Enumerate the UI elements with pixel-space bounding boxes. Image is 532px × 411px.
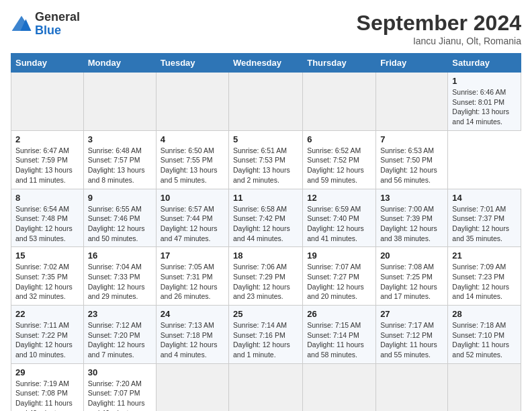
day-info: Sunrise: 6:54 AM Sunset: 7:48 PM Dayligh… bbox=[15, 204, 79, 244]
day-cell: 22 Sunrise: 7:11 AM Sunset: 7:22 PM Dayl… bbox=[11, 306, 84, 364]
day-cell: 18 Sunrise: 7:06 AM Sunset: 7:29 PM Dayl… bbox=[229, 247, 303, 306]
day-number: 29 bbox=[15, 367, 79, 377]
day-info: Sunrise: 6:50 AM Sunset: 7:55 PM Dayligh… bbox=[161, 146, 224, 185]
day-number: 14 bbox=[452, 193, 517, 203]
day-info: Sunrise: 7:04 AM Sunset: 7:33 PM Dayligh… bbox=[88, 262, 152, 302]
day-info: Sunrise: 7:09 AM Sunset: 7:23 PM Dayligh… bbox=[452, 262, 517, 302]
day-number: 21 bbox=[452, 250, 517, 261]
day-info: Sunrise: 7:08 AM Sunset: 7:25 PM Dayligh… bbox=[380, 262, 443, 302]
day-cell: 4 Sunrise: 6:50 AM Sunset: 7:55 PM Dayli… bbox=[156, 130, 228, 189]
day-number: 5 bbox=[233, 134, 298, 144]
day-number: 12 bbox=[307, 193, 371, 203]
day-cell: 13 Sunrise: 7:00 AM Sunset: 7:39 PM Dayl… bbox=[376, 189, 448, 247]
empty-day-cell bbox=[376, 73, 448, 131]
day-number: 16 bbox=[88, 250, 152, 261]
day-cell: 26 Sunrise: 7:15 AM Sunset: 7:14 PM Dayl… bbox=[303, 306, 376, 364]
day-of-week-header: Thursday bbox=[303, 54, 376, 73]
day-info: Sunrise: 7:00 AM Sunset: 7:39 PM Dayligh… bbox=[380, 204, 443, 244]
empty-day-cell bbox=[11, 73, 84, 131]
day-info: Sunrise: 7:14 AM Sunset: 7:16 PM Dayligh… bbox=[233, 320, 298, 360]
title-block: September 2024 Iancu Jianu, Olt, Romania bbox=[357, 11, 521, 46]
day-info: Sunrise: 7:19 AM Sunset: 7:08 PM Dayligh… bbox=[15, 379, 79, 411]
logo-text: General Blue bbox=[35, 11, 80, 38]
day-number: 13 bbox=[380, 193, 443, 203]
page-header: General Blue September 2024 Iancu Jianu,… bbox=[11, 11, 521, 46]
day-cell: 24 Sunrise: 7:13 AM Sunset: 7:18 PM Dayl… bbox=[156, 306, 228, 364]
calendar-week-row: 8 Sunrise: 6:54 AM Sunset: 7:48 PM Dayli… bbox=[11, 189, 521, 247]
calendar-week-row: 29 Sunrise: 7:19 AM Sunset: 7:08 PM Dayl… bbox=[11, 363, 521, 411]
day-number: 17 bbox=[161, 250, 224, 261]
day-cell: 27 Sunrise: 7:17 AM Sunset: 7:12 PM Dayl… bbox=[376, 306, 448, 364]
day-info: Sunrise: 7:05 AM Sunset: 7:31 PM Dayligh… bbox=[161, 262, 224, 302]
calendar-week-row: 15 Sunrise: 7:02 AM Sunset: 7:35 PM Dayl… bbox=[11, 247, 521, 306]
day-info: Sunrise: 6:52 AM Sunset: 7:52 PM Dayligh… bbox=[307, 146, 371, 185]
empty-day-cell bbox=[83, 73, 156, 131]
day-info: Sunrise: 6:48 AM Sunset: 7:57 PM Dayligh… bbox=[88, 146, 152, 185]
day-of-week-header: Friday bbox=[376, 54, 448, 73]
day-info: Sunrise: 6:59 AM Sunset: 7:40 PM Dayligh… bbox=[307, 204, 371, 244]
empty-day-cell bbox=[229, 73, 303, 131]
day-cell: 8 Sunrise: 6:54 AM Sunset: 7:48 PM Dayli… bbox=[11, 189, 84, 247]
day-number: 1 bbox=[452, 76, 517, 86]
day-cell: 10 Sunrise: 6:57 AM Sunset: 7:44 PM Dayl… bbox=[156, 189, 228, 247]
empty-day-cell bbox=[448, 363, 521, 411]
empty-day-cell bbox=[376, 363, 448, 411]
day-of-week-header: Wednesday bbox=[229, 54, 303, 73]
day-number: 7 bbox=[380, 134, 443, 144]
calendar-week-row: 1 Sunrise: 6:46 AM Sunset: 8:01 PM Dayli… bbox=[11, 73, 521, 131]
day-info: Sunrise: 6:53 AM Sunset: 7:50 PM Dayligh… bbox=[380, 146, 443, 185]
day-info: Sunrise: 6:58 AM Sunset: 7:42 PM Dayligh… bbox=[233, 204, 298, 244]
day-info: Sunrise: 7:01 AM Sunset: 7:37 PM Dayligh… bbox=[452, 204, 517, 244]
day-cell: 16 Sunrise: 7:04 AM Sunset: 7:33 PM Dayl… bbox=[83, 247, 156, 306]
logo-icon bbox=[11, 15, 32, 34]
day-number: 19 bbox=[307, 250, 371, 261]
day-of-week-header: Tuesday bbox=[156, 54, 228, 73]
day-number: 30 bbox=[88, 367, 152, 377]
day-info: Sunrise: 7:06 AM Sunset: 7:29 PM Dayligh… bbox=[233, 262, 298, 302]
location: Iancu Jianu, Olt, Romania bbox=[357, 36, 521, 46]
day-info: Sunrise: 7:02 AM Sunset: 7:35 PM Dayligh… bbox=[15, 262, 79, 302]
day-info: Sunrise: 7:15 AM Sunset: 7:14 PM Dayligh… bbox=[307, 320, 371, 360]
day-number: 11 bbox=[233, 193, 298, 203]
day-number: 4 bbox=[161, 134, 224, 144]
day-info: Sunrise: 7:20 AM Sunset: 7:07 PM Dayligh… bbox=[88, 379, 152, 411]
day-number: 26 bbox=[307, 309, 371, 319]
day-cell: 14 Sunrise: 7:01 AM Sunset: 7:37 PM Dayl… bbox=[448, 189, 521, 247]
day-info: Sunrise: 7:18 AM Sunset: 7:10 PM Dayligh… bbox=[452, 320, 517, 360]
day-cell: 28 Sunrise: 7:18 AM Sunset: 7:10 PM Dayl… bbox=[448, 306, 521, 364]
day-info: Sunrise: 7:13 AM Sunset: 7:18 PM Dayligh… bbox=[161, 320, 224, 360]
days-of-week-row: SundayMondayTuesdayWednesdayThursdayFrid… bbox=[11, 54, 521, 73]
day-cell: 19 Sunrise: 7:07 AM Sunset: 7:27 PM Dayl… bbox=[303, 247, 376, 306]
day-cell: 11 Sunrise: 6:58 AM Sunset: 7:42 PM Dayl… bbox=[229, 189, 303, 247]
day-number: 6 bbox=[307, 134, 371, 144]
calendar-table: SundayMondayTuesdayWednesdayThursdayFrid… bbox=[11, 53, 521, 411]
empty-day-cell bbox=[156, 363, 228, 411]
day-info: Sunrise: 6:46 AM Sunset: 8:01 PM Dayligh… bbox=[452, 87, 517, 127]
calendar-week-row: 22 Sunrise: 7:11 AM Sunset: 7:22 PM Dayl… bbox=[11, 306, 521, 364]
day-cell: 17 Sunrise: 7:05 AM Sunset: 7:31 PM Dayl… bbox=[156, 247, 228, 306]
day-number: 9 bbox=[88, 193, 152, 203]
day-number: 8 bbox=[15, 193, 79, 203]
day-info: Sunrise: 7:17 AM Sunset: 7:12 PM Dayligh… bbox=[380, 320, 443, 360]
day-info: Sunrise: 6:51 AM Sunset: 7:53 PM Dayligh… bbox=[233, 146, 298, 185]
day-number: 27 bbox=[380, 309, 443, 319]
day-number: 18 bbox=[233, 250, 298, 261]
day-number: 23 bbox=[88, 309, 152, 319]
day-cell: 12 Sunrise: 6:59 AM Sunset: 7:40 PM Dayl… bbox=[303, 189, 376, 247]
day-number: 25 bbox=[233, 309, 298, 319]
day-cell: 21 Sunrise: 7:09 AM Sunset: 7:23 PM Dayl… bbox=[448, 247, 521, 306]
day-of-week-header: Sunday bbox=[11, 54, 84, 73]
day-cell: 7 Sunrise: 6:53 AM Sunset: 7:50 PM Dayli… bbox=[376, 130, 448, 189]
empty-day-cell bbox=[156, 73, 228, 131]
day-number: 2 bbox=[15, 134, 79, 144]
day-number: 22 bbox=[15, 309, 79, 319]
day-cell: 29 Sunrise: 7:19 AM Sunset: 7:08 PM Dayl… bbox=[11, 363, 84, 411]
day-number: 20 bbox=[380, 250, 443, 261]
day-cell: 2 Sunrise: 6:47 AM Sunset: 7:59 PM Dayli… bbox=[11, 130, 84, 189]
day-cell: 23 Sunrise: 7:12 AM Sunset: 7:20 PM Dayl… bbox=[83, 306, 156, 364]
day-number: 24 bbox=[161, 309, 224, 319]
logo: General Blue bbox=[11, 11, 80, 38]
day-info: Sunrise: 7:12 AM Sunset: 7:20 PM Dayligh… bbox=[88, 320, 152, 360]
day-cell: 25 Sunrise: 7:14 AM Sunset: 7:16 PM Dayl… bbox=[229, 306, 303, 364]
day-number: 28 bbox=[452, 309, 517, 319]
